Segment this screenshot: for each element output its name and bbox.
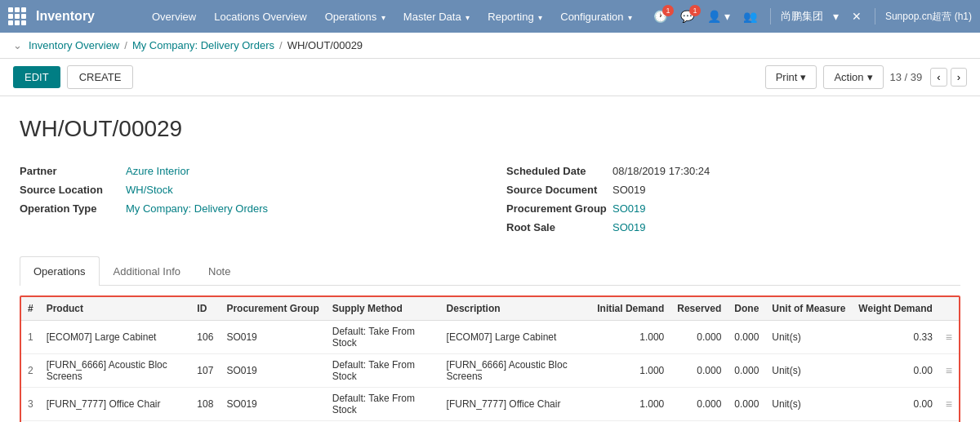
cell-product: [ECOM07] Large Cabinet: [40, 321, 191, 354]
breadcrumb-collapse-icon[interactable]: ⌄: [13, 39, 22, 51]
row-menu-icon[interactable]: ≡: [946, 331, 952, 344]
cell-id: 108: [190, 388, 220, 421]
cell-product: [FURN_6666] Acoustic Bloc Screens: [40, 354, 191, 388]
field-value-procurement-group[interactable]: SO019: [612, 202, 645, 215]
tab-operations[interactable]: Operations: [20, 256, 100, 286]
print-button[interactable]: Print ▾: [765, 65, 817, 89]
nav-overview[interactable]: Overview: [144, 4, 204, 29]
chevron-down-icon: ▾: [867, 71, 873, 83]
cell-uom: Unit(s): [765, 354, 852, 388]
tab-note[interactable]: Note: [194, 256, 244, 286]
prev-page-button[interactable]: ‹: [930, 68, 947, 87]
clock-badge: 1: [662, 5, 674, 16]
field-source-location: Source Location WH/Stock: [20, 180, 474, 199]
contacts-button[interactable]: 👥: [740, 7, 760, 26]
user-menu-button[interactable]: 👤 ▾: [704, 7, 733, 26]
col-product: Product: [40, 297, 191, 321]
action-button[interactable]: Action ▾: [823, 65, 883, 89]
field-value-root-sale[interactable]: SO019: [612, 221, 645, 233]
fields-right: Scheduled Date 08/18/2019 17:30:24 Sourc…: [506, 162, 960, 237]
external-link[interactable]: Sunpop.cn超营 (h1): [885, 10, 972, 24]
field-value-source-location[interactable]: WH/Stock: [126, 184, 173, 196]
nav-operations[interactable]: Operations ▾: [317, 4, 394, 29]
field-value-source-document: SO019: [612, 184, 645, 196]
chevron-down-icon: ▾: [800, 71, 806, 83]
cell-desc: [FURN_6666] Acoustic Bloc Screens: [440, 354, 591, 388]
cell-initial: 1.000: [590, 354, 670, 388]
row-menu-icon[interactable]: ≡: [946, 364, 952, 377]
divider: [770, 8, 771, 24]
field-scheduled-date: Scheduled Date 08/18/2019 17:30:24: [506, 162, 960, 180]
col-uom: Unit of Measure: [765, 297, 852, 321]
chevron-down-icon: ▾: [381, 13, 385, 22]
edit-button[interactable]: EDIT: [13, 66, 60, 88]
breadcrumb-delivery-orders[interactable]: My Company: Delivery Orders: [132, 39, 274, 51]
tabs-container: Operations Additional Info Note: [20, 256, 960, 286]
breadcrumb-inventory-overview[interactable]: Inventory Overview: [29, 39, 119, 51]
chat-badge: 1: [689, 5, 701, 16]
clock-button[interactable]: 🕐 1: [650, 7, 670, 26]
tab-additional-info[interactable]: Additional Info: [100, 256, 194, 286]
cell-pg: SO019: [220, 388, 325, 421]
col-description: Description: [440, 297, 591, 321]
table-header-row: # Product ID Procurement Group Supply Me…: [21, 297, 959, 321]
cell-initial: 1.000: [590, 388, 670, 421]
main-content: WH/OUT/00029 Partner Azure Interior Sour…: [0, 96, 980, 422]
create-button[interactable]: CREATE: [67, 65, 134, 89]
fields-grid: Partner Azure Interior Source Location W…: [20, 162, 960, 237]
nav-locations-overview[interactable]: Locations Overview: [206, 4, 314, 29]
row-menu-icon[interactable]: ≡: [946, 398, 952, 411]
cell-weight: 0.33: [852, 321, 938, 354]
cell-uom: Unit(s): [765, 388, 852, 421]
field-operation-type: Operation Type My Company: Delivery Orde…: [20, 199, 474, 218]
table-row[interactable]: 2 [FURN_6666] Acoustic Bloc Screens 107 …: [21, 354, 959, 388]
cell-pg: SO019: [220, 354, 325, 388]
print-label: Print: [776, 71, 798, 83]
topbar-right: 🕐 1 💬 1 👤 ▾ 👥 尚鹏集团 ▾ ✕ Sunpop.cn超营 (h1): [650, 7, 972, 26]
next-page-button[interactable]: ›: [951, 68, 967, 87]
record-title: WH/OUT/00029: [20, 116, 960, 142]
col-num: #: [21, 297, 40, 321]
cell-desc: [FURN_7777] Office Chair: [440, 388, 591, 421]
col-id: ID: [190, 297, 220, 321]
breadcrumb-separator2: /: [279, 39, 283, 51]
col-weight-demand: Weight Demand: [852, 297, 938, 321]
fields-left: Partner Azure Interior Source Location W…: [20, 162, 474, 237]
grid-icon: [8, 7, 26, 25]
cell-supply: Default: Take From Stock: [326, 388, 440, 421]
divider2: [875, 8, 875, 24]
col-procurement-group: Procurement Group: [220, 297, 325, 321]
col-done: Done: [728, 297, 765, 321]
chat-button[interactable]: 💬 1: [677, 7, 697, 26]
cell-num: 3: [21, 388, 40, 421]
cell-done: 0.000: [728, 321, 765, 354]
field-value-operation-type[interactable]: My Company: Delivery Orders: [126, 202, 268, 215]
nav-reporting[interactable]: Reporting ▾: [479, 4, 550, 29]
cell-num: 1: [21, 321, 40, 354]
app-logo[interactable]: Inventory: [8, 7, 139, 25]
cell-weight: 0.00: [852, 388, 938, 421]
company-dropdown[interactable]: ▾: [830, 7, 842, 26]
field-partner: Partner Azure Interior: [20, 162, 474, 180]
cell-list-icon[interactable]: ≡: [939, 321, 959, 354]
table-row[interactable]: 1 [ECOM07] Large Cabinet 106 SO019 Defau…: [21, 321, 959, 354]
cell-list-icon[interactable]: ≡: [939, 388, 959, 421]
table-row[interactable]: 3 [FURN_7777] Office Chair 108 SO019 Def…: [21, 388, 959, 421]
close-button[interactable]: ✕: [849, 7, 865, 26]
field-label-source-document: Source Document: [506, 184, 612, 196]
field-value-partner[interactable]: Azure Interior: [126, 165, 189, 177]
cell-id: 106: [190, 321, 220, 354]
field-label-procurement-group: Procurement Group: [506, 202, 612, 215]
action-bar: EDIT CREATE Print ▾ Action ▾ 13 / 39 ‹ ›: [0, 59, 980, 96]
nav-configuration[interactable]: Configuration ▾: [552, 4, 640, 29]
cell-reserved: 0.000: [670, 388, 728, 421]
field-label-partner: Partner: [20, 165, 126, 177]
nav-master-data[interactable]: Master Data ▾: [395, 4, 478, 29]
cell-reserved: 0.000: [670, 354, 728, 388]
company-name[interactable]: 尚鹏集团: [781, 9, 823, 24]
top-nav: Overview Locations Overview Operations ▾…: [144, 4, 645, 29]
field-procurement-group: Procurement Group SO019: [506, 199, 960, 218]
cell-list-icon[interactable]: ≡: [939, 354, 959, 388]
field-source-document: Source Document SO019: [506, 180, 960, 199]
breadcrumb: ⌄ Inventory Overview / My Company: Deliv…: [0, 33, 980, 59]
